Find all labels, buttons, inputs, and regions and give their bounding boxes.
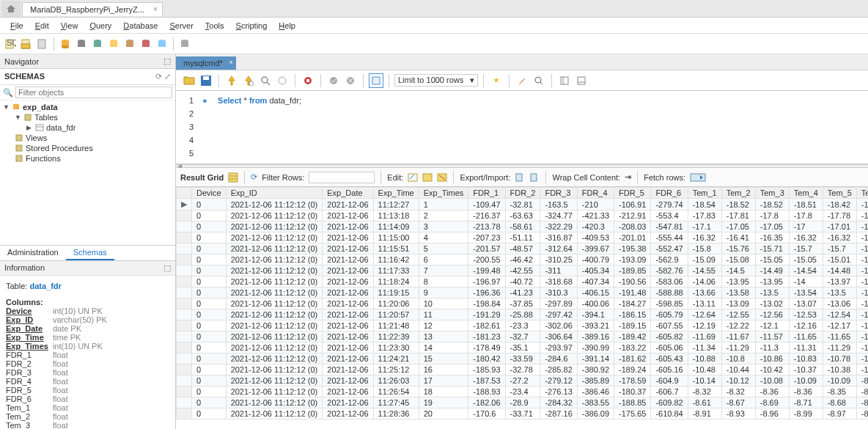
cell[interactable]: -191.48	[614, 287, 651, 298]
cell[interactable]: -14.55	[688, 265, 721, 276]
menu-query[interactable]: Query	[84, 20, 117, 31]
tree-fn[interactable]: Functions	[26, 154, 61, 163]
cell[interactable]: 4	[419, 232, 468, 243]
query-tab[interactable]: mysqlcmd*×	[176, 56, 236, 70]
cell[interactable]: 2021-12-06 11:12:12 (0)	[226, 210, 323, 221]
cell[interactable]: -15.05	[755, 254, 789, 265]
cell[interactable]: -16.35	[755, 232, 789, 243]
cell[interactable]: -189.42	[614, 331, 651, 342]
cell[interactable]: 11:13:18	[373, 210, 419, 221]
cell[interactable]: 11:16:42	[373, 254, 419, 265]
cell[interactable]: 0	[192, 199, 227, 210]
commit-icon[interactable]	[326, 73, 341, 88]
cell[interactable]: -310.25	[540, 254, 577, 265]
cell[interactable]: 11:17:33	[373, 265, 419, 276]
cell[interactable]: 16	[419, 364, 468, 375]
refresh-icon[interactable]: ⟳ ⤢	[155, 72, 171, 81]
cell[interactable]: 2021-12-06	[323, 221, 373, 232]
cell[interactable]: 0	[192, 397, 227, 408]
insert-icon[interactable]	[422, 173, 433, 182]
cell[interactable]: -15.05	[789, 254, 823, 265]
result-grid[interactable]: DeviceExp_IDExp_DateExp_TimeExp_TimesFDR…	[176, 187, 868, 429]
cell[interactable]: -170.6	[468, 408, 505, 419]
cell[interactable]: -10.8	[721, 353, 755, 364]
cell[interactable]: 2021-12-06	[323, 364, 373, 375]
cell[interactable]: 2021-12-06	[323, 287, 373, 298]
cell[interactable]: -8.91	[688, 408, 721, 419]
cell[interactable]: -17	[789, 221, 823, 232]
cell[interactable]: -185.93	[468, 364, 505, 375]
cell[interactable]: -208.03	[614, 221, 651, 232]
cell[interactable]: -8.01	[856, 375, 868, 386]
cell[interactable]: -178.59	[614, 375, 651, 386]
cell[interactable]: -598.85	[651, 298, 688, 309]
cell[interactable]: -13.54	[789, 287, 823, 298]
cell[interactable]: 0	[192, 254, 227, 265]
cell[interactable]: -552.47	[651, 243, 688, 254]
sql-editor[interactable]: 12345 ● Select * from data_fdr;	[176, 91, 868, 164]
cell[interactable]: 3	[419, 221, 468, 232]
row-selector[interactable]	[177, 243, 192, 254]
cell[interactable]: -17.05	[721, 221, 755, 232]
menu-tools[interactable]: Tools	[199, 20, 230, 31]
row-selector[interactable]	[177, 386, 192, 397]
cell[interactable]: 0	[192, 265, 227, 276]
cell[interactable]: 17	[419, 375, 468, 386]
cell[interactable]: -605.06	[651, 342, 688, 353]
cell[interactable]: -8.61	[688, 397, 721, 408]
cell[interactable]: -12.52	[856, 309, 868, 320]
cell[interactable]: 11:15:00	[373, 232, 419, 243]
tab-administration[interactable]: Administration	[0, 246, 66, 260]
cell[interactable]: -11.34	[688, 342, 721, 353]
cell[interactable]: -12.17	[823, 320, 856, 331]
cell[interactable]: 11:20:06	[373, 298, 419, 309]
cell[interactable]: 11:23:30	[373, 342, 419, 353]
cell[interactable]: -182.06	[468, 397, 505, 408]
cell[interactable]: 2021-12-06	[323, 375, 373, 386]
cell[interactable]: -13.51	[856, 287, 868, 298]
cell[interactable]: -302.06	[540, 320, 577, 331]
cell[interactable]: -10.78	[823, 353, 856, 364]
cell[interactable]: 0	[192, 298, 227, 309]
db3-icon[interactable]	[90, 37, 105, 51]
cell[interactable]: -37.85	[505, 298, 540, 309]
cell[interactable]: -582.76	[651, 265, 688, 276]
cell[interactable]: -8.96	[755, 408, 789, 419]
cell[interactable]: 5	[419, 243, 468, 254]
cell[interactable]: 2021-12-06	[323, 353, 373, 364]
cell[interactable]: -13.89	[856, 276, 868, 287]
cell[interactable]: -8.36	[755, 386, 789, 397]
db4-icon[interactable]	[106, 37, 121, 51]
panel1-icon[interactable]	[557, 73, 572, 88]
cell[interactable]: -181.23	[468, 331, 505, 342]
cell[interactable]: -8.96	[856, 408, 868, 419]
cell[interactable]: 11:15:51	[373, 243, 419, 254]
cell[interactable]: -12.98	[856, 298, 868, 309]
menu-database[interactable]: Database	[117, 20, 163, 31]
cell[interactable]: -33.59	[505, 353, 540, 364]
open-sql-icon[interactable]	[19, 37, 34, 51]
cell[interactable]: 2021-12-06 11:12:12 (0)	[226, 298, 323, 309]
cell[interactable]: -16.32	[789, 232, 823, 243]
cell[interactable]: 2021-12-06 11:12:12 (0)	[226, 254, 323, 265]
row-selector[interactable]	[177, 331, 192, 342]
cell[interactable]: -195.38	[614, 243, 651, 254]
cell[interactable]: -58.61	[505, 221, 540, 232]
cell[interactable]: -391.14	[577, 353, 614, 364]
row-selector[interactable]	[177, 265, 192, 276]
cell[interactable]: -13.09	[721, 298, 755, 309]
cell[interactable]: -279.74	[651, 199, 688, 210]
cell[interactable]: -10.3	[856, 364, 868, 375]
cell[interactable]: -407.34	[577, 276, 614, 287]
cell[interactable]: -316.87	[540, 232, 577, 243]
cell[interactable]: -8.36	[789, 386, 823, 397]
cell[interactable]: -8.36	[856, 386, 868, 397]
cell[interactable]: -191.29	[468, 309, 505, 320]
cell[interactable]: -178.49	[468, 342, 505, 353]
cell[interactable]: 11:28:36	[373, 408, 419, 419]
cell[interactable]: 2021-12-06	[323, 386, 373, 397]
cell[interactable]: -11.67	[721, 331, 755, 342]
refresh-icon[interactable]: ⟳	[251, 172, 257, 182]
cell[interactable]: -201.01	[614, 232, 651, 243]
export-icon[interactable]	[515, 172, 525, 183]
